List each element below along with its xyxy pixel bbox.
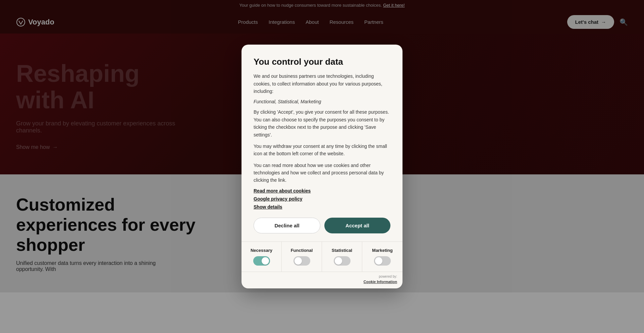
modal-title: You control your data: [254, 57, 390, 67]
statistical-toggle[interactable]: [334, 256, 351, 266]
marketing-toggle[interactable]: [374, 256, 391, 266]
read-more-cookies-link[interactable]: Read more about cookies: [254, 188, 390, 193]
toggle-marketing: Marketing: [362, 242, 402, 272]
modal-paragraph2: By clicking 'Accept', you give your cons…: [254, 108, 390, 138]
toggle-functional: Functional: [282, 242, 322, 272]
necessary-toggle-knob: [262, 257, 269, 265]
functional-toggle-knob: [294, 257, 302, 265]
modal-paragraph4: You can read more about how we use cooki…: [254, 162, 390, 184]
toggle-statistical: Statistical: [322, 242, 362, 272]
modal-purposes: Functional, Statistical, Marketing: [254, 99, 390, 104]
functional-toggle[interactable]: [293, 256, 310, 266]
modal-footer: powered by: Cookie Information: [241, 272, 402, 288]
cookie-information-link[interactable]: Cookie Information: [364, 280, 397, 284]
necessary-toggle[interactable]: [253, 256, 270, 266]
powered-by-text: powered by:: [247, 275, 397, 278]
modal-buttons: Decline all Accept all: [254, 218, 390, 233]
cookie-modal: You control your data We and our busines…: [241, 45, 402, 288]
show-details-link[interactable]: Show details: [254, 204, 390, 210]
modal-paragraph3: You may withdraw your consent at any tim…: [254, 143, 390, 158]
decline-all-button[interactable]: Decline all: [254, 218, 320, 233]
toggle-necessary: Necessary: [241, 242, 282, 272]
privacy-policy-link[interactable]: Google privacy policy: [254, 196, 390, 202]
modal-paragraph1: We and our business partners use technol…: [254, 72, 390, 95]
accept-all-button[interactable]: Accept all: [324, 218, 390, 233]
modal-overlay: You control your data We and our busines…: [0, 0, 644, 292]
statistical-toggle-knob: [335, 257, 342, 265]
modal-content: You control your data We and our busines…: [241, 45, 402, 210]
cookie-toggles-row: Necessary Functional Statistical Marketi…: [241, 241, 402, 272]
marketing-toggle-knob: [375, 257, 382, 265]
